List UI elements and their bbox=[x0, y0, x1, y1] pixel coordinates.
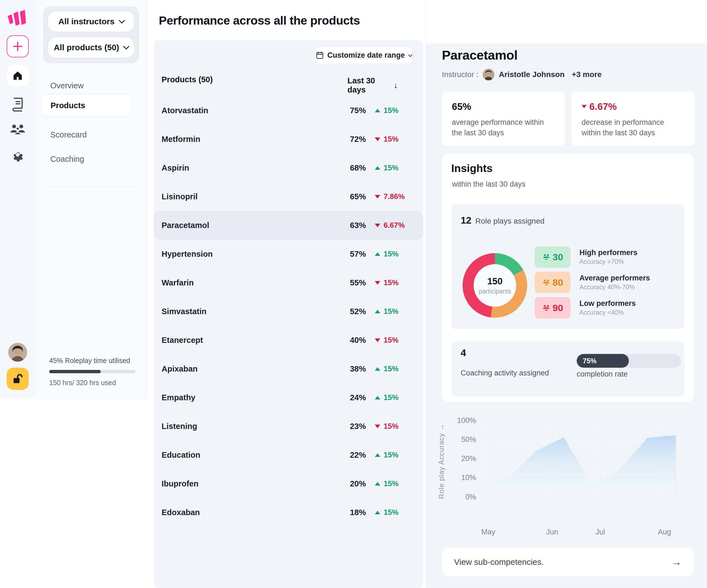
product-change: 15% bbox=[375, 164, 399, 172]
table-row[interactable]: Paracetamol 63% 6.67% bbox=[154, 211, 423, 240]
products-table: Atorvastatin 75% 15% Metformin 72% 15% A… bbox=[154, 96, 423, 527]
legend-item: 90 Low performers Accuracy <40% bbox=[535, 297, 571, 318]
product-change: 6.67% bbox=[375, 221, 405, 230]
completion-rate-bar: 75% bbox=[577, 354, 681, 368]
teams-button[interactable] bbox=[0, 123, 35, 136]
role-plays-header: 12 Role plays assigned bbox=[461, 215, 545, 226]
product-score: 68% bbox=[330, 164, 366, 173]
product-change: 15% bbox=[375, 336, 399, 345]
sidebar-item-scorecard[interactable]: Scorecard bbox=[41, 123, 133, 146]
instructor-avatar[interactable] bbox=[483, 69, 494, 80]
table-row[interactable]: Aspirin 68% 15% bbox=[154, 153, 423, 182]
instructor-filter-dropdown[interactable]: All instructors bbox=[48, 11, 134, 32]
completion-rate-fill: 75% bbox=[577, 354, 629, 368]
instructor-row: Instructor : Aristotle Johnson +3 more bbox=[442, 68, 602, 80]
sidebar-item-label: Scorecard bbox=[50, 130, 87, 139]
product-change: 15% bbox=[375, 106, 399, 115]
avg-performance-card: 65% average performance within the last … bbox=[442, 92, 565, 146]
table-row[interactable]: Edoxaban 18% 15% bbox=[154, 498, 423, 527]
role-plays-divider bbox=[461, 238, 675, 238]
table-row[interactable]: Hypertension 57% 15% bbox=[154, 240, 423, 268]
trend-triangle-icon bbox=[375, 339, 380, 342]
product-name: Education bbox=[162, 451, 200, 460]
create-button[interactable] bbox=[7, 35, 29, 58]
product-change: 15% bbox=[375, 480, 399, 488]
product-name: Lisinopril bbox=[162, 192, 198, 201]
product-filter-dropdown[interactable]: All products (50) bbox=[48, 37, 134, 58]
customize-date-range-button[interactable]: Customize date range bbox=[315, 46, 413, 64]
insights-title: Insights bbox=[451, 162, 493, 174]
sidebar-item-coaching[interactable]: Coaching bbox=[41, 147, 133, 171]
product-name: Warfarin bbox=[162, 278, 194, 287]
page-title: Performance across all the products bbox=[159, 14, 360, 27]
trend-triangle-icon bbox=[375, 482, 380, 486]
table-row[interactable]: Atorvastatin 75% 15% bbox=[154, 96, 423, 125]
performer-chip: 90 bbox=[535, 297, 571, 318]
sidebar-item-label: Products bbox=[50, 101, 85, 110]
chart-x-ticks: MayJunJulAug bbox=[481, 528, 676, 539]
performance-change-number: 6.67% bbox=[590, 101, 617, 112]
avg-performance-value: 65% bbox=[452, 101, 555, 112]
library-button[interactable] bbox=[0, 97, 35, 111]
legend-text: High performers Accuracy >70% bbox=[579, 248, 679, 266]
participants-caption: participants bbox=[479, 288, 511, 295]
people-icon bbox=[542, 253, 550, 261]
chart-y-axis-title-wrap: Role play Accuracy → bbox=[433, 430, 449, 491]
product-change-value: 15% bbox=[383, 106, 399, 115]
performance-change-desc: decrease in performance within the last … bbox=[582, 117, 685, 138]
product-change-value: 15% bbox=[383, 480, 399, 488]
instructor-name: Aristotle Johnson bbox=[499, 70, 565, 79]
sidebar-item-label: Overview bbox=[50, 81, 84, 90]
product-score: 75% bbox=[330, 106, 366, 115]
table-row[interactable]: Empathy 24% 15% bbox=[154, 383, 423, 412]
product-change-value: 15% bbox=[383, 336, 399, 345]
product-score: 55% bbox=[330, 278, 366, 287]
product-change: 15% bbox=[375, 451, 399, 459]
unlock-button[interactable] bbox=[7, 368, 29, 390]
table-row[interactable]: Warfarin 55% 15% bbox=[154, 268, 423, 297]
product-score: 20% bbox=[330, 479, 366, 488]
table-row[interactable]: Metformin 72% 15% bbox=[154, 125, 423, 153]
settings-button[interactable] bbox=[0, 149, 35, 162]
product-name: Paracetamol bbox=[162, 221, 209, 230]
table-row[interactable]: Lisinopril 65% 7.86% bbox=[154, 182, 423, 211]
view-sub-competencies-button[interactable]: View sub-competencies. → bbox=[442, 548, 694, 577]
trend-triangle-icon bbox=[375, 424, 380, 428]
product-score: 24% bbox=[330, 393, 366, 402]
product-name: Edoxaban bbox=[162, 508, 200, 517]
product-change-value: 15% bbox=[383, 508, 399, 517]
donut-center: 150 participants bbox=[474, 264, 516, 307]
product-change-value: 7.86% bbox=[383, 193, 405, 201]
product-change-value: 15% bbox=[383, 451, 399, 459]
product-change: 15% bbox=[375, 508, 399, 517]
arrow-right-icon: → bbox=[672, 556, 682, 568]
legend-text: Low performers Accuracy <40% bbox=[579, 299, 679, 316]
table-row[interactable]: Apixaban 38% 15% bbox=[154, 354, 423, 383]
home-button[interactable] bbox=[7, 65, 29, 87]
chart-x-tick: May bbox=[481, 528, 496, 537]
trend-triangle-icon bbox=[375, 223, 380, 227]
trend-triangle-icon bbox=[375, 396, 380, 400]
chart-y-tick: 0% bbox=[465, 493, 476, 501]
chart-y-tick: 10% bbox=[461, 474, 476, 482]
user-avatar[interactable] bbox=[8, 343, 27, 361]
chevron-down-icon bbox=[408, 53, 413, 57]
gear-icon bbox=[11, 149, 24, 162]
product-name: Atorvastatin bbox=[162, 106, 208, 115]
brand-logo-icon[interactable] bbox=[6, 10, 29, 30]
roleplay-usage-detail: 150 hrs/ 320 hrs used bbox=[49, 379, 116, 387]
instructor-more-link[interactable]: +3 more bbox=[572, 70, 602, 79]
table-row[interactable]: Education 22% 15% bbox=[154, 441, 423, 469]
performer-count: 80 bbox=[552, 277, 563, 288]
instructor-filter-label: All instructors bbox=[58, 17, 114, 26]
sidebar-item-products[interactable]: Products bbox=[41, 94, 133, 117]
completion-rate-value: 75% bbox=[583, 357, 597, 365]
table-row[interactable]: Listening 23% 15% bbox=[154, 412, 423, 441]
table-row[interactable]: Etanercept 40% 15% bbox=[154, 326, 423, 354]
table-row[interactable]: Simvastatin 52% 15% bbox=[154, 297, 423, 326]
column-header-last-30-days[interactable]: Last 30 days ↓ bbox=[347, 76, 398, 95]
participants-donut-chart: 150 participants bbox=[463, 253, 527, 318]
customize-date-range-label: Customize date range bbox=[327, 51, 405, 60]
table-row[interactable]: Ibuprofen 20% 15% bbox=[154, 469, 423, 498]
people-icon bbox=[542, 279, 550, 286]
